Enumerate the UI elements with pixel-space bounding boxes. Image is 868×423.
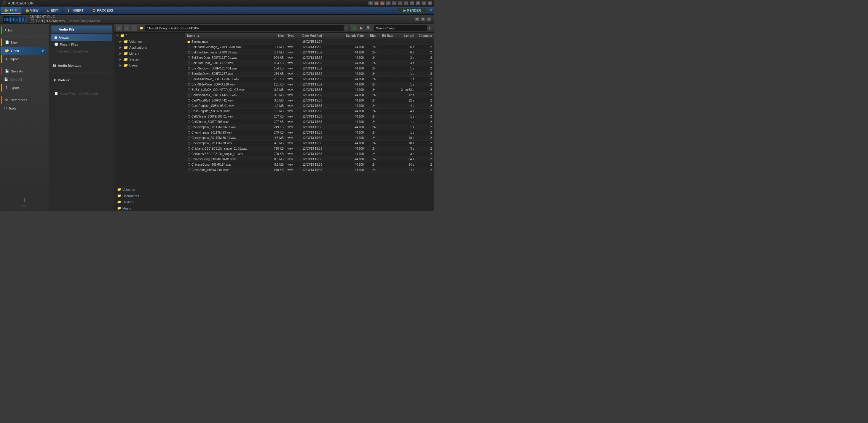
preferences-button[interactable]: ⚙ Preferences (1, 96, 48, 104)
new-icon: 📄 (5, 40, 9, 44)
table-row[interactable]: 🎵BrickSlideMove_S08FO.268-01.wav 251 KB … (185, 77, 434, 82)
browse-item[interactable]: ☰ Browse (51, 34, 112, 41)
file-bits-cell: 24 (366, 88, 378, 92)
tab-edit[interactable]: e EDIT (43, 7, 63, 14)
audio-preview-btn[interactable]: ♪ (351, 25, 357, 31)
podcast-title[interactable]: 🎙 Podcast (51, 77, 112, 84)
save-as-button[interactable]: 💾 Save As (1, 67, 48, 75)
import-button[interactable]: ⤓ Import (1, 55, 48, 63)
table-row[interactable]: 🎵Chickens.BBC.EC31Dc_single_01.wav 790 K… (185, 151, 434, 157)
table-row[interactable]: 🎵BellStoreDoor_S08FO.127-01.wav 904 KB w… (185, 55, 434, 61)
table-row[interactable]: 🎵ChineseGong_S08MU.84-01.wav 8.5 MB wav … (185, 157, 434, 162)
table-row[interactable]: 🎵ChevyImpala_S011TM.38-01.wav 4.5 MB wav… (185, 135, 434, 141)
table-row[interactable]: 🎵ChevyImpala_S011TM.23-01.wav 249 KB wav… (185, 125, 434, 130)
window-export-btn[interactable]: 📤 (374, 1, 379, 5)
col-header-bits[interactable]: Bits (366, 33, 378, 38)
file-type-icon: 🎵 (187, 93, 191, 97)
filter-dropdown-btn[interactable]: ▼ (428, 25, 432, 31)
table-row[interactable]: 🎵BrickSetDown_S08FO.267.wav 154 KB wav 1… (185, 71, 434, 77)
file-sr-cell: 44 100 (339, 147, 366, 150)
col-header-date[interactable]: Date Modified (301, 33, 339, 38)
path-bar[interactable]: /Users/LDongo/Desktop/SFX44100k (145, 25, 344, 31)
save-all-button[interactable]: 💾 Save All (1, 76, 48, 83)
recent-files-item[interactable]: 🕐 Recent Files (51, 41, 112, 48)
tab-view[interactable]: ◉ VIEW (21, 7, 43, 14)
file-type-cell (286, 41, 301, 42)
file-window-restore-btn[interactable]: ⊞ (414, 17, 419, 21)
table-row[interactable]: 📁Backup.mon -- 18/02/15 11:04 (185, 39, 434, 45)
tree-library[interactable]: ▶ 📁 Library (118, 51, 185, 56)
file-sr-cell: 44 100 (339, 152, 366, 156)
table-row[interactable]: 🎵ChevyImpala_S011TM.38.wav 4.5 MB wav 12… (185, 141, 434, 146)
window-more-btn[interactable]: ▼ (410, 1, 414, 5)
fwd-btn[interactable]: → (123, 25, 130, 31)
col-header-sr[interactable]: Sample Rate (339, 33, 366, 38)
tab-insert[interactable]: ↧ INSERT (63, 7, 88, 14)
window-restore-btn[interactable]: ⊡ (415, 1, 421, 5)
col-header-len[interactable]: Length (396, 33, 416, 38)
up-btn[interactable]: ↑ (131, 25, 137, 31)
col-header-size[interactable]: Size (265, 33, 286, 38)
table-row[interactable]: 🎵BrickSlideMove_S08FO.268.wav 251 KB wav… (185, 82, 434, 87)
bookmark-music[interactable]: 📁 Music (114, 205, 185, 212)
audio-montage-title[interactable]: 🎞 Audio Montage (51, 62, 112, 69)
new-button[interactable]: 📄 New (1, 38, 48, 46)
tab-render[interactable]: ▶ RENDER (398, 8, 427, 13)
table-row[interactable]: 🎵BellStoreDoor_S08FO.127.wav 904 KB wav … (185, 61, 434, 66)
play-btn[interactable]: ▶ (358, 25, 365, 31)
window-min-btn[interactable]: — (422, 1, 426, 5)
revert-item[interactable]: ↺ Revert to Saved File (51, 48, 112, 55)
menu-close-btn[interactable]: ✕ (429, 8, 433, 13)
table-row[interactable]: 🎵BellStockExchange_S08IN.63.wav 1.4 MB w… (185, 50, 434, 55)
search-btn[interactable]: 🔍 (366, 25, 372, 31)
table-row[interactable]: 🎵CashRegister_S08IN.93.wav 1.0 MB wav 12… (185, 109, 434, 114)
window-icon-btn[interactable]: ⊞ (368, 1, 373, 5)
table-row[interactable]: 🎵CellVibrate_S08TE.505.wav 207 KB wav 12… (185, 119, 434, 125)
filter-bar[interactable]: Wave (*.wav) (374, 25, 428, 31)
col-header-name[interactable]: Name ▲ (185, 33, 265, 38)
bookmark-documents[interactable]: 📁 Documents (114, 193, 185, 199)
tree-volumes[interactable]: ▶ 📁 Volumes (118, 38, 185, 45)
table-row[interactable]: 🎵CashRegister_S08IN.93-01.wav 1.0 MB wav… (185, 103, 434, 109)
col-header-br[interactable]: Bit Rate (378, 33, 396, 38)
back-btn[interactable]: ← (116, 25, 122, 31)
table-row[interactable]: 🎵CartWoodRoll_S08FO.442.wav 3.0 MB wav 1… (185, 98, 434, 103)
kytary-icon[interactable]: ⤓ kytary (1, 195, 48, 209)
bookmark-desktop[interactable]: 📁 Desktop (114, 199, 185, 205)
export-button[interactable]: ⤒ Export (1, 84, 48, 92)
table-row[interactable]: 🎵BUSY_LUNCH_COUNTER_01_CS.wav 43.7 MB wa… (185, 87, 434, 93)
window-import-btn[interactable]: 📥 (380, 1, 385, 5)
table-row[interactable]: 🎵Chickens.BBC.EC31Dc_single_01-01.wav 79… (185, 146, 434, 151)
window-undo-btn[interactable]: ↺ (386, 1, 391, 5)
tab-file[interactable]: ▶ FILE (1, 7, 21, 14)
window-back-btn[interactable]: ← (398, 1, 403, 5)
tree-root[interactable]: ▼ 📁 / (114, 33, 185, 38)
info-button[interactable]: ℹ Info (1, 26, 48, 34)
tree-applications[interactable]: ▶ 📁 Applications (118, 45, 185, 51)
table-row[interactable]: 🎵BellStockExchange_S08IN.63-01.wav 1.4 M… (185, 45, 434, 50)
clipboard-item[interactable]: 📋 Open Files from Clipboard (51, 90, 112, 97)
tools-button[interactable]: ✂ Tools (1, 104, 48, 112)
col-header-ch[interactable]: Channels (416, 33, 434, 38)
path-dropdown-btn[interactable]: ▼ (344, 25, 349, 31)
audio-file-title[interactable]: 🎵 Audio File (51, 26, 112, 33)
file-sr-cell: 44 100 (339, 163, 366, 167)
tab-process[interactable]: ⚙ PROCESS (88, 7, 118, 14)
col-header-type[interactable]: Type (286, 33, 301, 38)
window-fwd-btn[interactable]: → (404, 1, 408, 5)
window-close-btn[interactable]: ✕ (428, 1, 432, 5)
table-row[interactable]: 🎵ChevyImpala_S011TM.23.wav 249 KB wav 12… (185, 130, 434, 135)
window-redo-btn[interactable]: ↻ (392, 1, 397, 5)
table-row[interactable]: 🎵BrickSetDown_S08FO.267-01.wav 154 KB wa… (185, 66, 434, 71)
volumes-arrow: ▶ (120, 40, 122, 43)
bookmark-volumes[interactable]: 📁 Volumes (114, 187, 185, 193)
table-row[interactable]: 🎵CellVibrate_S08TE.505-01.wav 207 KB wav… (185, 114, 434, 119)
open-button[interactable]: 📂 Open ▶ (1, 47, 48, 55)
tree-users[interactable]: ▶ 📁 Users (118, 62, 185, 68)
tree-system[interactable]: ▶ 📁 System (118, 56, 185, 62)
table-row[interactable]: 🎵CrashAuto_S08IM.4-01.wav 979 KB wav 12/… (185, 167, 434, 173)
file-window-max-btn[interactable]: ⊡ (421, 17, 425, 21)
file-window-close-btn[interactable]: ✕ (426, 17, 431, 21)
table-row[interactable]: 🎵CartWoodRoll_S08FO.442-01.wav 3.0 MB wa… (185, 93, 434, 98)
table-row[interactable]: 🎵ChineseGong_S08MU.84.wav 8.5 MB wav 12/… (185, 162, 434, 167)
